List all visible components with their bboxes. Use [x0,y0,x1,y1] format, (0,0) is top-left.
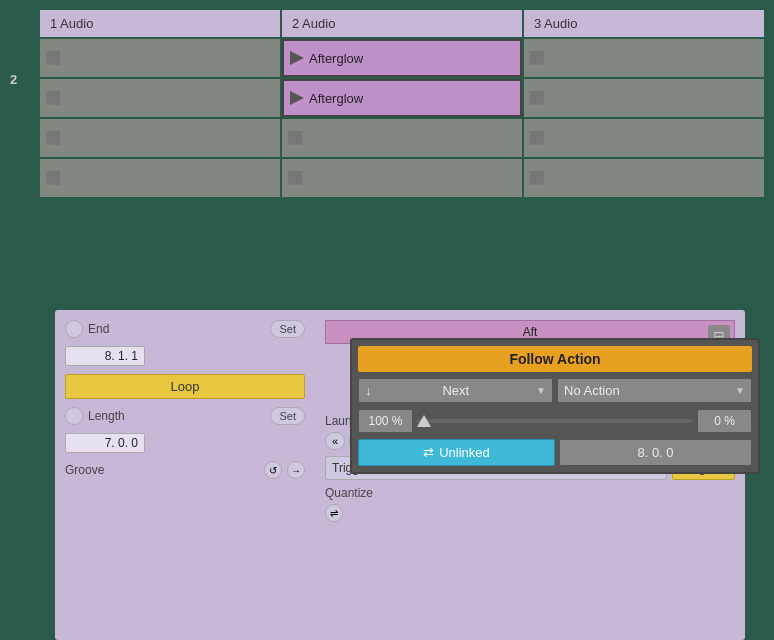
follow-action-dropdown-2[interactable]: No Action ▼ [557,378,752,403]
percent-row: 100 % 0 % [358,409,752,433]
slider-container[interactable] [417,411,693,431]
follow-action-arrow-icon: ↓ [365,383,372,398]
end-value-row: 8. 1. 1 [65,346,305,366]
clip-cell-r3-2[interactable] [282,119,522,157]
groove-label: Groove [65,463,259,477]
table-row [40,159,764,197]
track-header-1: 1 Audio [40,10,280,37]
follow-action-title: Follow Action [358,346,752,372]
row-label-2: 2 [10,72,17,87]
clip-square-r3-2 [288,131,302,145]
clip-cell-r2-3[interactable] [524,79,764,117]
clip-name-2: Afterglow [309,91,363,106]
clip-square-r2-1 [46,91,60,105]
groove-refresh-icon[interactable]: ↺ [264,461,282,479]
clip-play-icon [290,51,304,65]
groove-row: Groove ↺ → [65,461,305,479]
clip-cell-afterglow-1[interactable]: Afterglow [282,39,522,77]
percent-box-1[interactable]: 100 % [358,409,413,433]
clip-square-r3-3 [530,131,544,145]
groove-arrow-icon[interactable]: → [287,461,305,479]
quantize-label: Quantize [325,486,735,500]
percent-box-2[interactable]: 0 % [697,409,752,433]
unlinked-row: ⇄ Unlinked 8. 0. 0 [358,439,752,466]
follow-action-dropdowns-row: ↓ Next ▼ No Action ▼ [358,378,752,403]
clip-cell-empty[interactable] [40,39,280,77]
length-value[interactable]: 7. 0. 0 [65,433,145,453]
track-header-3: 3 Audio [524,10,764,37]
follow-action-label-2: No Action [564,383,620,398]
detail-left: End Set 8. 1. 1 Loop Length Set 7. 0. 0 … [65,320,305,630]
clip-cell-r3-1[interactable] [40,119,280,157]
follow-action-popup: Follow Action ↓ Next ▼ No Action ▼ 100 % [350,338,760,474]
session-area: 2 1 Audio 2 Audio 3 Audio Afterglow [0,0,774,250]
table-row: Afterglow [40,39,764,77]
length-circle-btn[interactable] [65,407,83,425]
clip-cell-r2-1[interactable] [40,79,280,117]
clip-play-icon-2 [290,91,304,105]
length-set-button[interactable]: Set [270,407,305,425]
end-set-button[interactable]: Set [270,320,305,338]
clip-cell-r4-3[interactable] [524,159,764,197]
clip-name-1: Afterglow [309,51,363,66]
unlinked-link-icon: ⇄ [423,445,434,460]
clip-square-r4-2 [288,171,302,185]
clip-square-r2-3 [530,91,544,105]
table-row [40,119,764,157]
track-headers: 1 Audio 2 Audio 3 Audio [40,10,764,37]
unlinked-button[interactable]: ⇄ Unlinked [358,439,555,466]
clip-square-r3-1 [46,131,60,145]
clip-cell-r4-1[interactable] [40,159,280,197]
follow-action-dropdown-1[interactable]: ↓ Next ▼ [358,378,553,403]
clip-cell-r4-2[interactable] [282,159,522,197]
transfer-icon[interactable]: ⇌ [325,504,343,522]
clip-cell-empty-3[interactable] [524,39,764,77]
clip-square-r4-3 [530,171,544,185]
track-header-2: 2 Audio [282,10,522,37]
slider-thumb-icon [417,415,431,427]
clip-square-icon [46,51,60,65]
detail-area: 3 End Set 8. 1. 1 Loop Length Set 7. 0. [0,290,774,640]
time-display[interactable]: 8. 0. 0 [559,439,752,466]
clip-square-r4-1 [46,171,60,185]
loop-button[interactable]: Loop [65,374,305,399]
nav-prev-button[interactable]: « [325,432,345,450]
length-label: Length [88,409,265,423]
table-row: Afterglow [40,79,764,117]
clip-cell-r3-3[interactable] [524,119,764,157]
slider-track [417,419,693,423]
length-value-row: 7. 0. 0 [65,433,305,453]
end-circle-btn[interactable] [65,320,83,338]
end-value[interactable]: 8. 1. 1 [65,346,145,366]
follow-action-label-1: Next [442,383,469,398]
end-field-row: End Set [65,320,305,338]
clip-square-icon-3 [530,51,544,65]
detail-panel: End Set 8. 1. 1 Loop Length Set 7. 0. 0 … [55,310,745,640]
clip-rows: Afterglow Afterglow [40,39,764,197]
follow-action-chevron-2: ▼ [735,385,745,396]
follow-action-chevron-1: ▼ [536,385,546,396]
unlinked-label: Unlinked [439,445,490,460]
length-field-row: Length Set [65,407,305,425]
clip-cell-afterglow-2[interactable]: Afterglow [282,79,522,117]
end-label: End [88,322,265,336]
